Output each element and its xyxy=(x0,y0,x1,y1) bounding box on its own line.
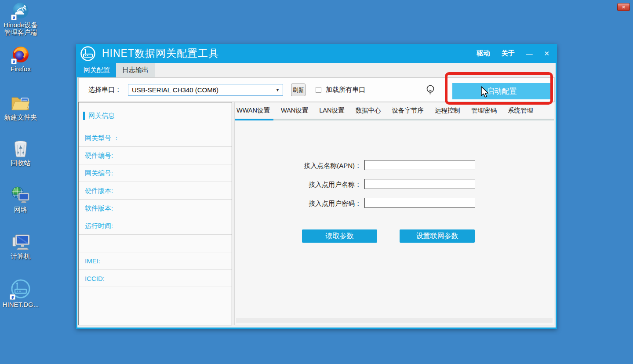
tab-system-manage[interactable]: 系统管理 xyxy=(508,106,533,115)
set-network-params-button[interactable]: 设置联网参数 xyxy=(400,229,475,243)
config-panel: WWAN设置 WAN设置 LAN设置 数据中心 设备字节序 远程控制 管理密码 … xyxy=(234,102,554,325)
hinet-dg-icon xyxy=(11,279,31,299)
tab-wwan-settings[interactable]: WWAN设置 xyxy=(236,106,270,115)
info-item-hw-ver: 硬件版本: xyxy=(79,182,232,199)
refresh-button[interactable]: 刷新 xyxy=(291,84,306,96)
tab-remote-control[interactable]: 远程控制 xyxy=(435,106,460,115)
tab-log-output[interactable]: 日志输出 xyxy=(116,63,155,77)
load-all-ports-label: 加载所有串口 xyxy=(326,86,365,94)
info-item-imei: IMEI: xyxy=(79,252,232,269)
desktop-icon-label: 网络 xyxy=(0,206,41,213)
desktop-icon-hinode-client[interactable]: Hinode设备 管理客户端 xyxy=(0,2,41,36)
app-logo-icon xyxy=(80,46,96,62)
port-select-label: 选择串口： xyxy=(88,86,121,94)
desktop-icon-network[interactable]: 网络 xyxy=(0,186,41,213)
firefox-icon xyxy=(12,46,29,63)
desktop-icon-hinet-dg[interactable]: HINET.DG... xyxy=(0,279,41,308)
shortcut-arrow-icon xyxy=(10,294,15,300)
desktop-icon-label: 计算机 xyxy=(0,252,41,260)
info-item-uptime: 运行时间: xyxy=(79,217,232,234)
desktop-icon-computer[interactable]: 计算机 xyxy=(0,233,41,260)
info-item-sw-ver: 软件版本: xyxy=(79,199,232,217)
desktop-icon-recycle-bin[interactable]: 回收站 xyxy=(0,140,41,167)
horizontal-scrollbar[interactable] xyxy=(236,318,553,323)
load-all-ports-checkbox[interactable] xyxy=(316,87,321,93)
start-config-button[interactable]: 启动配置 xyxy=(452,83,551,99)
tab-byte-order[interactable]: 设备字节序 xyxy=(392,106,424,115)
tab-gateway-config[interactable]: 网关配置 xyxy=(77,63,116,77)
titlebar: HINET数据网关配置工具 驱动 关于 — ✕ xyxy=(77,44,556,63)
info-item-model: 网关型号 ： xyxy=(79,129,232,146)
about-menu-button[interactable]: 关于 xyxy=(501,49,514,58)
serial-toolbar: 选择串口： USB-SERIAL CH340 (COM6) ▼ 刷新 加载所有串… xyxy=(78,77,555,102)
desktop-icon-label: Hinode设备 xyxy=(0,21,41,29)
apn-username-input[interactable] xyxy=(364,179,475,189)
chevron-down-icon: ▼ xyxy=(276,88,280,92)
gateway-info-panel: 网关信息 网关型号 ： 硬件编号: 网关编号: 硬件版本: 软件版本: 运行时间… xyxy=(78,102,232,325)
info-item-blank xyxy=(79,234,232,252)
tab-underline-track xyxy=(235,119,554,120)
tab-lan-settings[interactable]: LAN设置 xyxy=(319,106,344,115)
gateway-info-header: 网关信息 xyxy=(79,102,232,129)
minimize-icon[interactable]: — xyxy=(526,50,532,57)
shortcut-arrow-icon xyxy=(11,58,17,64)
desktop-icon-label: 回收站 xyxy=(0,159,41,167)
desktop-icon-label: 新建文件夹 xyxy=(0,113,41,121)
driver-menu-button[interactable]: 驱动 xyxy=(477,49,490,58)
apn-username-label: 接入点用户名称： xyxy=(260,181,361,189)
folder-icon xyxy=(11,94,30,112)
computer-icon xyxy=(12,233,29,251)
close-icon[interactable]: ✕ xyxy=(544,50,549,58)
apn-name-label: 接入点名称(APN)： xyxy=(260,162,361,170)
desktop-icon-new-folder[interactable]: 新建文件夹 xyxy=(0,94,41,121)
info-item-gw-no: 网关编号: xyxy=(79,164,232,182)
desktop-icon-firefox[interactable]: Firefox xyxy=(0,46,41,73)
lightbulb-icon[interactable] xyxy=(426,84,435,98)
tab-wan-settings[interactable]: WAN设置 xyxy=(281,106,308,115)
app-window: HINET数据网关配置工具 驱动 关于 — ✕ 网关配置 日志输出 选择串口： … xyxy=(76,44,557,329)
network-icon xyxy=(11,186,30,204)
hinode-client-icon xyxy=(12,2,29,19)
port-select-dropdown[interactable]: USB-SERIAL CH340 (COM6) ▼ xyxy=(128,84,283,96)
tab-active-underline xyxy=(235,119,273,120)
tab-admin-password[interactable]: 管理密码 xyxy=(471,106,497,115)
read-params-button[interactable]: 读取参数 xyxy=(302,229,377,243)
apn-name-input[interactable] xyxy=(364,160,475,170)
close-icon: ✕ xyxy=(622,4,626,10)
config-tab-bar: WWAN设置 WAN设置 LAN设置 数据中心 设备字节序 远程控制 管理密码 … xyxy=(236,106,533,115)
tab-data-center[interactable]: 数据中心 xyxy=(356,106,381,115)
accent-bar xyxy=(83,112,85,120)
apn-password-label: 接入点用户密码： xyxy=(260,200,361,208)
desktop-icon-label: Firefox xyxy=(0,65,41,73)
window-title: HINET数据网关配置工具 xyxy=(102,47,219,60)
screen-close-button[interactable]: ✕ xyxy=(617,3,630,11)
port-select-value: USB-SERIAL CH340 (COM6) xyxy=(132,86,218,94)
recycle-bin-icon xyxy=(12,140,29,157)
shortcut-arrow-icon xyxy=(11,15,17,20)
desktop-icon-label: 管理客户端 xyxy=(0,29,41,36)
main-tab-bar: 网关配置 日志输出 xyxy=(77,63,155,77)
info-item-hw-no: 硬件编号: xyxy=(79,146,232,164)
desktop-icon-label: HINET.DG... xyxy=(0,301,41,308)
apn-password-input[interactable] xyxy=(364,198,475,208)
info-item-iccid: ICCID: xyxy=(79,269,232,287)
